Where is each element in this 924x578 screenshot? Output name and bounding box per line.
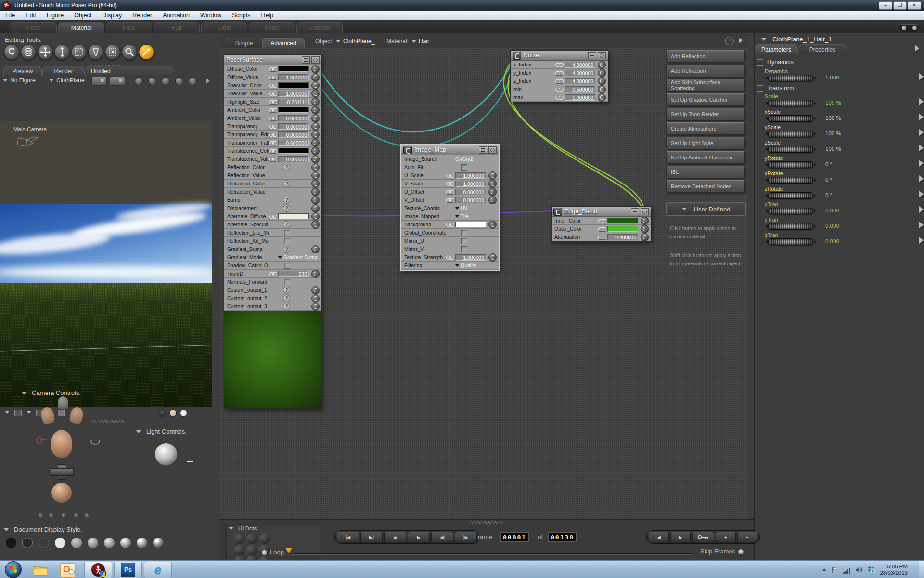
param-value[interactable]: 0.000000 bbox=[278, 156, 309, 162]
ui-dot[interactable] bbox=[234, 545, 244, 555]
plug-icon[interactable] bbox=[598, 69, 606, 77]
parameter-dial[interactable] bbox=[768, 238, 813, 245]
tracking-dot-dark[interactable] bbox=[159, 409, 166, 417]
node-param-row[interactable]: Background bbox=[401, 221, 499, 229]
display-style-lit-wireframe[interactable] bbox=[71, 538, 82, 548]
node-param-row[interactable]: Texture_Strength 1.000000 1.000000 1.000… bbox=[401, 253, 499, 262]
node-param-row[interactable]: Bump ? ? ? ? bbox=[224, 196, 321, 204]
node-param-row[interactable]: V_Offset 0.000000 0.000000 0.000000 0.00… bbox=[401, 196, 499, 204]
section-dynamics[interactable]: Dynamics bbox=[757, 59, 794, 66]
param-field[interactable]: ? ? ? ? bbox=[278, 197, 309, 204]
node-param-row[interactable]: Image_Mapped Tile Tile Tile Tile bbox=[401, 212, 499, 221]
plug-icon[interactable] bbox=[311, 65, 320, 73]
ui-dot[interactable] bbox=[247, 545, 257, 555]
plug-icon[interactable] bbox=[311, 180, 320, 188]
param-field[interactable]: ? ? ? ? bbox=[278, 221, 309, 228]
param-field[interactable]: Quality Quality Quality Quality bbox=[455, 262, 486, 269]
param-field[interactable]: 0.000000 0.000000 0.000000 0.000000 bbox=[455, 188, 486, 196]
tab-simple[interactable]: Simple bbox=[226, 38, 262, 48]
param-value[interactable]: 530 bbox=[278, 271, 309, 277]
chevron-down-icon[interactable] bbox=[26, 411, 31, 414]
checkbox[interactable] bbox=[461, 246, 467, 252]
menu-item[interactable]: Figure bbox=[41, 12, 69, 19]
plug-icon[interactable] bbox=[311, 163, 320, 171]
param-field[interactable] bbox=[455, 237, 486, 245]
plug-icon[interactable] bbox=[311, 139, 320, 147]
taskbar-explorer-icon[interactable] bbox=[32, 563, 49, 577]
param-value[interactable]: 1.000000 bbox=[565, 94, 595, 101]
node-param-row[interactable]: Transparency_Falloff 0.600000 0.600000 0… bbox=[224, 139, 321, 147]
param-value[interactable]: 1.000000 bbox=[278, 74, 309, 80]
playback-button[interactable]: ▶| bbox=[360, 532, 383, 542]
dropdown-value[interactable]: Quality bbox=[455, 263, 476, 268]
tab-document-untitled[interactable]: Untitled bbox=[86, 66, 173, 76]
node-param-row[interactable]: V_Scale 1.000000 1.000000 1.000000 1.000… bbox=[401, 180, 499, 188]
node-output-plug-icon[interactable] bbox=[513, 52, 521, 60]
node-param-row[interactable]: Mirror_V bbox=[401, 245, 499, 253]
plug-icon[interactable] bbox=[311, 147, 320, 155]
plug-icon[interactable] bbox=[641, 217, 649, 225]
param-field[interactable] bbox=[278, 229, 309, 236]
plug-icon[interactable] bbox=[311, 286, 320, 294]
morph-tool-button[interactable] bbox=[105, 44, 120, 60]
plug-icon[interactable] bbox=[641, 225, 649, 233]
ui-toggle-pill[interactable] bbox=[898, 24, 920, 32]
node-menu-icon[interactable] bbox=[631, 208, 639, 215]
param-value[interactable]: 0.600000 bbox=[278, 140, 309, 146]
plug-icon[interactable] bbox=[488, 253, 497, 262]
param-value[interactable]: 0.000000 bbox=[278, 123, 309, 130]
checkbox[interactable] bbox=[461, 230, 467, 236]
header-expand-arrow[interactable] bbox=[739, 38, 743, 43]
node-param-row[interactable]: Translucence_Color bbox=[224, 147, 321, 155]
node-param-row[interactable]: y_Index 4.000000 4.000000 4.000000 4.000… bbox=[511, 69, 608, 77]
camera-controls-header[interactable]: Camera Controls. bbox=[22, 389, 81, 396]
current-frame-field[interactable]: 00001 bbox=[500, 532, 529, 542]
plug-icon[interactable] bbox=[311, 98, 320, 106]
plug-icon[interactable] bbox=[311, 204, 320, 212]
tray-expand-icon[interactable] bbox=[822, 568, 827, 571]
display-style-hidden-line[interactable] bbox=[55, 538, 65, 548]
plug-icon[interactable] bbox=[311, 294, 320, 302]
param-field[interactable]: 0.500000 0.500000 0.500000 0.500000 bbox=[565, 86, 595, 93]
param-field[interactable]: 0.000000 0.000000 0.000000 0.000000 bbox=[455, 197, 486, 204]
plug-icon[interactable] bbox=[311, 196, 320, 204]
viewport-3d[interactable]: Main Camera bbox=[0, 121, 212, 407]
parameter-dial[interactable] bbox=[768, 177, 813, 184]
taskbar-poser-button-active[interactable] bbox=[84, 562, 112, 578]
plug-icon[interactable] bbox=[488, 171, 497, 180]
node-param-row[interactable]: Gradient_Mode Gradient Bump Gradient Bum… bbox=[224, 253, 321, 262]
chevron-down-icon[interactable] bbox=[5, 411, 10, 414]
playback-button[interactable]: ◀| bbox=[431, 532, 453, 542]
param-field[interactable]: 0.000000 0.000000 0.000000 0.000000 bbox=[278, 123, 309, 130]
node-param-row[interactable]: z_Index 4.000000 4.000000 4.000000 4.000… bbox=[511, 77, 608, 85]
color-swatch[interactable] bbox=[278, 66, 309, 72]
plug-icon[interactable] bbox=[598, 93, 606, 102]
node-param-row[interactable]: Mirror_U bbox=[401, 237, 499, 245]
plug-icon[interactable] bbox=[311, 114, 320, 122]
node-param-row[interactable]: Displacement ? ? ? ? bbox=[224, 204, 321, 212]
trackball-icon-button[interactable] bbox=[135, 77, 143, 85]
light-indicator-sparkle[interactable] bbox=[187, 459, 193, 465]
plug-icon[interactable] bbox=[311, 245, 320, 253]
node-menu-icon[interactable] bbox=[479, 146, 487, 154]
camera-control-memory-dots[interactable] bbox=[38, 513, 91, 518]
param-field[interactable]: 1.000000 1.000000 1.000000 1.000000 bbox=[455, 180, 486, 187]
node-param-row[interactable]: Inner_Color bbox=[552, 217, 651, 225]
node-param-row[interactable]: Alternate_Diffuse bbox=[224, 212, 321, 221]
node-param-row[interactable]: Reflection_Lite_Mult bbox=[224, 229, 321, 237]
node-param-row[interactable]: Alternate_Specular ? ? ? ? bbox=[224, 221, 321, 229]
action-button[interactable]: Create Atmosphere bbox=[666, 122, 745, 135]
node-param-row[interactable]: Global_Coordinates bbox=[401, 229, 499, 237]
unset-question-badge[interactable]: ? bbox=[283, 287, 290, 294]
plug-icon[interactable] bbox=[311, 81, 320, 90]
param-field[interactable] bbox=[278, 188, 309, 196]
node-param-row[interactable]: Filtering Quality Quality Quality Qualit… bbox=[401, 262, 499, 270]
plug-icon[interactable] bbox=[311, 302, 320, 311]
tab-advanced[interactable]: Advanced bbox=[262, 38, 305, 48]
param-value[interactable]: 1.000000 bbox=[455, 172, 486, 179]
camera-control-face-trackball[interactable] bbox=[51, 430, 72, 458]
rotate-tool-button[interactable] bbox=[4, 44, 19, 60]
node-param-row[interactable]: Custom_output_1 ? ? ? ? bbox=[224, 286, 321, 294]
param-field[interactable] bbox=[278, 172, 309, 179]
node-noise[interactable]: Noise x_Index 4.000000 4.000000 4.000000… bbox=[510, 50, 608, 102]
